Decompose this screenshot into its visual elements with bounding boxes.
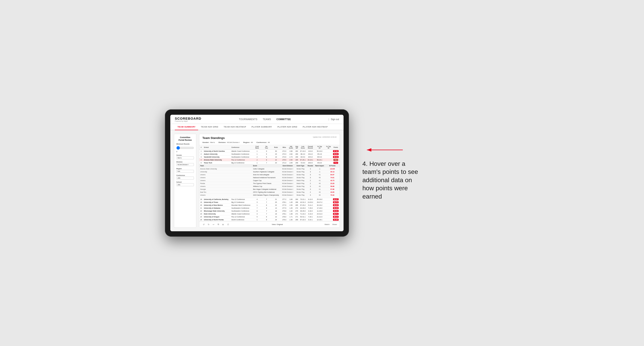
sub-table-row: Univers National Invitational Tournament… [199, 176, 340, 179]
sub-table-row: East Ten OFCC Fighting Illini Invitation… [199, 191, 340, 194]
sub-div-6: NCAA Division I [281, 182, 294, 185]
sub-pts-7: 56.66 [325, 185, 340, 188]
sidebar-label-gender: Gender [176, 154, 194, 156]
sub-event-7: Williams Cup [252, 185, 281, 188]
sub-type-5: Match Play [294, 179, 306, 182]
tab-team-h2h-grid[interactable]: TEAM H2H GRID [198, 124, 221, 130]
filter-region: Region: All [243, 141, 253, 144]
sub-rank-9: +0 [314, 191, 325, 194]
cr-1: 1 [252, 150, 262, 153]
pts-2[interactable]: 93.31 [332, 153, 340, 156]
pts-5[interactable]: 77.2 [332, 161, 340, 164]
min-rounds-slider[interactable] [176, 146, 194, 150]
sub-event-3: Amer An Intercollegiate [252, 173, 281, 176]
sub-rounds-10: 3 [306, 194, 314, 196]
sg-2: 260 [294, 153, 299, 156]
rec-5: 28-8-0 [306, 161, 314, 164]
table-row: 1 University of North Carolina Atlantic … [199, 150, 340, 153]
content-header: Team Standings Update time: 13/03/2024 1… [199, 134, 340, 145]
wins-1: 272.0 [281, 150, 288, 153]
sg-3: 269 [294, 156, 299, 159]
sidebar: CommitteePortal Review Minimum Rounds 0 … [174, 134, 196, 228]
sub-type-10: Stroke Play [294, 194, 306, 196]
tab-player-h2h-heatmap[interactable]: PLAYER H2H HEATMAP [300, 124, 330, 130]
tab-team-summary[interactable]: TEAM SUMMARY [175, 124, 198, 130]
copy-button[interactable]: ⧉ [217, 223, 220, 226]
rank-4: 4 [199, 159, 203, 161]
filter-conference-label: Conference: [256, 141, 267, 144]
gender-select[interactable]: Men's Women's [176, 157, 194, 159]
table-row: 23 Duke University Atlantic Coast Confer… [199, 212, 340, 215]
content-area: Team Standings Update time: 13/03/2024 1… [199, 134, 340, 228]
app-header: SCOREBOARD Powered by clippd TOURNAMENTS… [170, 115, 344, 124]
logo-area: SCOREBOARD Powered by clippd [175, 117, 201, 122]
sub-team-7: Univers [199, 185, 252, 188]
filter-region-value: All [251, 141, 253, 144]
nav-committee[interactable]: COMMITTEE [276, 117, 291, 122]
region-select[interactable]: N/A All [176, 170, 194, 173]
tablet-frame: SCOREBOARD Powered by clippd TOURNAMENTS… [165, 109, 349, 237]
rnds-3: 19 [271, 156, 281, 159]
sub-pts-5: 42.73 [325, 179, 340, 182]
update-time: Update time: 13/03/2024 10:03:42 [313, 136, 336, 138]
sub-div-1: NCAA Division I [281, 168, 294, 170]
cr-4: 2 [252, 159, 262, 161]
filter-region-label: Region: [243, 141, 250, 144]
conference-select[interactable]: (All) [176, 176, 194, 179]
sub-table-row: Univers 2023 Sahalee Players Championshi… [199, 194, 340, 196]
sub-table-row: Florida The Cypress Point Classic NCAA D… [199, 182, 340, 185]
tab-player-summary[interactable]: PLAYER SUMMARY [249, 124, 275, 130]
sub-header-event-type: Event Type [294, 164, 306, 168]
sub-rank-10: +0 [314, 194, 325, 196]
sub-div-9: NCAA Division I [281, 191, 294, 194]
tab-player-h2h-grid[interactable]: PLAYER H2H GRID [275, 124, 300, 130]
pts-3[interactable]: 90.32 [332, 156, 340, 159]
info-button[interactable]: ⏱ [226, 223, 230, 226]
sub-type-4: Stroke Play [294, 176, 306, 179]
conf-4: Pac-12 Conference [230, 159, 252, 161]
logo-title: SCOREBOARD [175, 117, 201, 120]
sub-div-2: NCAA Division I [281, 170, 294, 173]
rank-5: 5 [199, 161, 203, 164]
wins-3: 272.6 [281, 156, 288, 159]
nav-tournaments[interactable]: TOURNAMENTS [239, 117, 258, 122]
vs50-2 [325, 153, 332, 156]
view-original-button[interactable]: View: Original [272, 223, 283, 225]
step-back-button[interactable]: ↩ [212, 223, 216, 226]
share-button[interactable]: Share [332, 223, 337, 225]
nt-2: 9 [262, 153, 271, 156]
rnds-5: 20 [271, 161, 281, 164]
pts-4[interactable]: 79.5 [332, 159, 340, 161]
school-select[interactable]: (All) [176, 183, 194, 186]
sub-event-5: Copper Cup [252, 179, 281, 182]
redo-button[interactable]: ↻ [207, 223, 210, 226]
sidebar-label-region: Region [176, 168, 194, 170]
rnds-4: 22 [271, 159, 281, 161]
sub-div-10: NCAA Division I [281, 194, 294, 196]
pts-1[interactable]: 97.02 [332, 150, 340, 153]
sub-table-row: Arizona State University Celtic Collegia… [199, 168, 340, 170]
tab-team-h2h-heatmap[interactable]: TEAM H2H HEATMAP [221, 124, 249, 130]
nav-teams[interactable]: TEAMS [263, 117, 271, 122]
sg-4: 265 [294, 159, 299, 161]
undo-button[interactable]: ↺ [202, 223, 206, 226]
sub-header-event-div: Event Division [281, 164, 294, 168]
sg-5: 258 [294, 161, 299, 164]
watch-button[interactable]: Watch [324, 223, 330, 225]
wins-2: 272.3 [281, 153, 288, 156]
arrow-area [362, 146, 425, 155]
division-select[interactable]: NCAA Division I NCAA Division II NCAA Di… [176, 163, 194, 166]
col-low-score: LowScore [299, 145, 307, 150]
vs25-4: 58-24-1 [314, 159, 325, 161]
rec-2: 29-4-0 [306, 153, 314, 156]
sub-header-team: Team [199, 164, 252, 168]
conf-3: Southeastern Conference [230, 156, 252, 159]
table-row: 5 Texas Tech Big 12 Conference 1 7 20 27… [199, 161, 340, 164]
sub-event-2: Southern Highlands Collegiate [252, 170, 281, 173]
sign-out-button[interactable]: Sign out [331, 118, 339, 121]
paste-button[interactable]: ⊕ [221, 223, 225, 226]
vs25-1: 50-10-0 [314, 150, 325, 153]
standings-table: # School Conference ConfRank NoTour Rnds… [199, 145, 340, 221]
adj-4: 2.50 [288, 159, 294, 161]
sign-out-divider: | [328, 118, 329, 121]
